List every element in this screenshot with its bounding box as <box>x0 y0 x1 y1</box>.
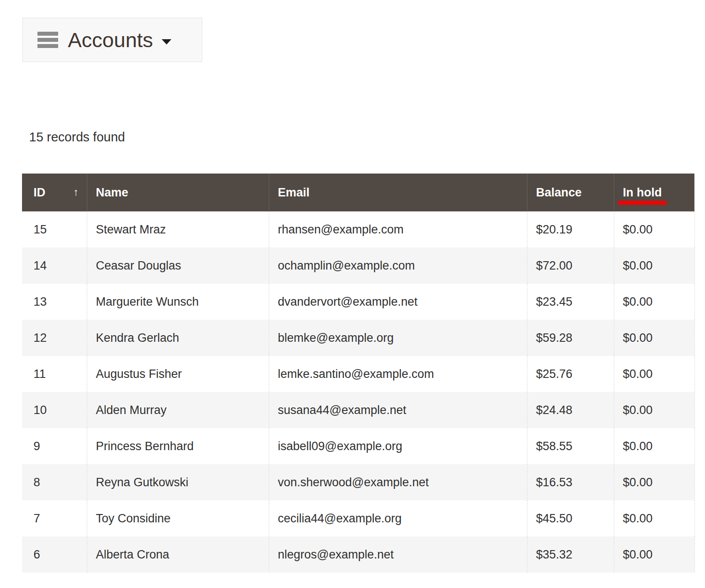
cell-id: 14 <box>22 248 87 284</box>
hamburger-bar <box>37 38 58 42</box>
table-row[interactable]: 15 Stewart Mraz rhansen@example.com $20.… <box>22 211 694 248</box>
cell-email: rhansen@example.com <box>269 211 527 248</box>
accounts-grid: ID ↑ Name Email Balance In hold <box>22 174 695 573</box>
cell-email: isabell09@example.org <box>269 428 527 464</box>
cell-name: Marguerite Wunsch <box>87 284 269 320</box>
hamburger-bar <box>37 32 58 36</box>
hamburger-icon[interactable] <box>37 32 58 48</box>
cell-id: 6 <box>22 536 87 573</box>
column-label-balance: Balance <box>536 186 582 199</box>
cell-balance: $24.48 <box>527 392 614 428</box>
cell-in-hold: $0.00 <box>614 392 694 428</box>
cell-name: Alden Murray <box>87 392 269 428</box>
cell-id: 10 <box>22 392 87 428</box>
cell-balance: $58.55 <box>527 428 614 464</box>
column-header-id[interactable]: ID ↑ <box>22 174 87 211</box>
cell-id: 13 <box>22 284 87 320</box>
cell-name: Stewart Mraz <box>87 211 269 248</box>
cell-balance: $25.76 <box>527 356 614 392</box>
table-row[interactable]: 13 Marguerite Wunsch dvandervort@example… <box>22 284 694 320</box>
cell-name: Alberta Crona <box>87 536 269 573</box>
cell-balance: $16.53 <box>527 464 614 500</box>
cell-in-hold: $0.00 <box>614 211 694 248</box>
cell-email: lemke.santino@example.com <box>269 356 527 392</box>
table-row[interactable]: 14 Ceasar Douglas ochamplin@example.com … <box>22 248 694 284</box>
cell-id: 12 <box>22 320 87 356</box>
cell-name: Princess Bernhard <box>87 428 269 464</box>
hamburger-bar <box>37 44 58 48</box>
cell-balance: $20.19 <box>527 211 614 248</box>
table-row[interactable]: 11 Augustus Fisher lemke.santino@example… <box>22 356 694 392</box>
cell-id: 11 <box>22 356 87 392</box>
cell-email: susana44@example.net <box>269 392 527 428</box>
column-label-in-hold: In hold <box>623 186 662 199</box>
cell-in-hold: $0.00 <box>614 464 694 500</box>
cell-balance: $35.32 <box>527 536 614 573</box>
cell-email: dvandervort@example.net <box>269 284 527 320</box>
cell-in-hold: $0.00 <box>614 536 694 573</box>
cell-name: Reyna Gutkowski <box>87 464 269 500</box>
table-row[interactable]: 8 Reyna Gutkowski von.sherwood@example.n… <box>22 464 694 500</box>
cell-id: 9 <box>22 428 87 464</box>
cell-in-hold: $0.00 <box>614 428 694 464</box>
cell-balance: $23.45 <box>527 284 614 320</box>
cell-email: von.sherwood@example.net <box>269 464 527 500</box>
cell-id: 15 <box>22 211 87 248</box>
grid-body: 15 Stewart Mraz rhansen@example.com $20.… <box>22 211 694 573</box>
column-label-id: ID <box>33 186 45 199</box>
chevron-down-icon[interactable] <box>162 39 171 44</box>
cell-name: Toy Considine <box>87 500 269 536</box>
annotation-red-underline <box>618 201 667 205</box>
table-row[interactable]: 12 Kendra Gerlach blemke@example.org $59… <box>22 320 694 356</box>
table-row[interactable]: 9 Princess Bernhard isabell09@example.or… <box>22 428 694 464</box>
column-header-name[interactable]: Name <box>87 174 269 211</box>
column-header-in-hold[interactable]: In hold <box>614 174 694 211</box>
cell-id: 7 <box>22 500 87 536</box>
grid-header: ID ↑ Name Email Balance In hold <box>22 174 694 211</box>
cell-email: cecilia44@example.org <box>269 500 527 536</box>
cell-name: Kendra Gerlach <box>87 320 269 356</box>
column-header-balance[interactable]: Balance <box>527 174 614 211</box>
cell-in-hold: $0.00 <box>614 320 694 356</box>
table-row[interactable]: 7 Toy Considine cecilia44@example.org $4… <box>22 500 694 536</box>
cell-id: 8 <box>22 464 87 500</box>
cell-balance: $59.28 <box>527 320 614 356</box>
page-title: Accounts <box>68 30 153 50</box>
cell-in-hold: $0.00 <box>614 500 694 536</box>
cell-balance: $45.50 <box>527 500 614 536</box>
sort-ascending-icon[interactable]: ↑ <box>74 186 79 198</box>
column-label-email: Email <box>278 186 310 199</box>
cell-in-hold: $0.00 <box>614 248 694 284</box>
cell-email: blemke@example.org <box>269 320 527 356</box>
cell-email: nlegros@example.net <box>269 536 527 573</box>
column-label-name: Name <box>96 186 129 199</box>
page-title-bar[interactable]: Accounts <box>22 18 202 62</box>
cell-email: ochamplin@example.com <box>269 248 527 284</box>
cell-name: Augustus Fisher <box>87 356 269 392</box>
cell-in-hold: $0.00 <box>614 284 694 320</box>
cell-balance: $72.00 <box>527 248 614 284</box>
column-header-email[interactable]: Email <box>269 174 527 211</box>
table-row[interactable]: 6 Alberta Crona nlegros@example.net $35.… <box>22 536 694 573</box>
cell-in-hold: $0.00 <box>614 356 694 392</box>
table-row[interactable]: 10 Alden Murray susana44@example.net $24… <box>22 392 694 428</box>
records-found-count: 15 records found <box>29 130 125 144</box>
page: Accounts 15 records found ID ↑ Name Emai… <box>0 0 705 588</box>
cell-name: Ceasar Douglas <box>87 248 269 284</box>
grid-header-row: ID ↑ Name Email Balance In hold <box>22 174 694 211</box>
